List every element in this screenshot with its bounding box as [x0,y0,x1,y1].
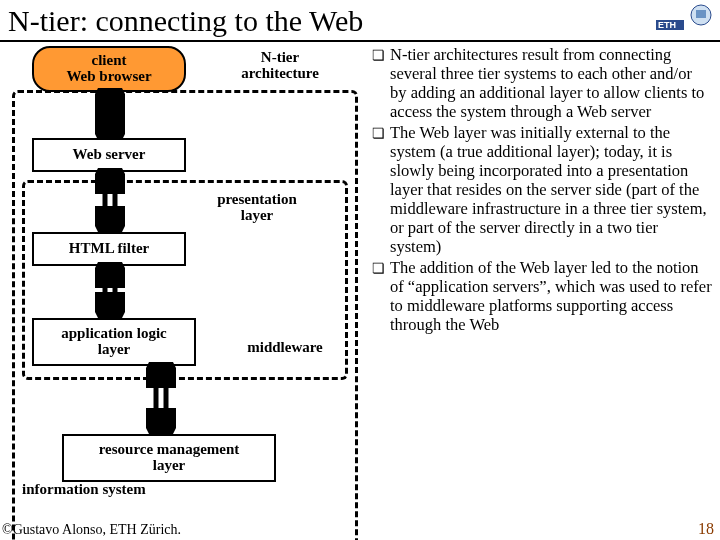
arrow-html-applogic [95,262,125,322]
arrow-applogic-resource [146,362,176,438]
bullet-text: The Web layer was initially external to … [390,124,712,257]
resource-mgmt-box: resource management layer [62,434,276,482]
web-browser-label: Web browser [66,69,151,85]
bullet-text: N-tier architectures result from connect… [390,46,712,122]
arrow-client-webserver [95,88,125,144]
ntier-label: N-tier architecture [220,50,340,82]
application-logic-box: application logic layer [32,318,196,366]
svg-text:ETH: ETH [658,20,676,30]
page-number: 18 [698,520,714,538]
information-system-label: information system [22,482,222,498]
web-server-box: Web server [32,138,186,172]
bullet-mark-icon: ❏ [372,46,390,122]
bullet-item: ❏ N-tier architectures result from conne… [372,46,712,122]
svg-rect-3 [696,10,706,18]
bullet-mark-icon: ❏ [372,259,390,335]
footer-copyright: ©Gustavo Alonso, ETH Zürich. [2,522,181,538]
page-title: N-tier: connecting to the Web [0,0,720,42]
bullet-item: ❏ The Web layer was initially external t… [372,124,712,257]
client-box: client Web browser [32,46,186,92]
bullet-text: The addition of the Web layer led to the… [390,259,712,335]
middleware-label: middleware [230,340,340,356]
eth-logo: ETH [656,2,716,32]
bullet-list: ❏ N-tier architectures result from conne… [370,42,720,337]
arrow-webserver-html [95,168,125,236]
client-label: client [92,53,127,69]
bullet-mark-icon: ❏ [372,124,390,257]
presentation-label: presentation layer [192,192,322,224]
diagram-area: client Web browser N-tier architecture [0,42,370,337]
bullet-item: ❏ The addition of the Web layer led to t… [372,259,712,335]
html-filter-box: HTML filter [32,232,186,266]
